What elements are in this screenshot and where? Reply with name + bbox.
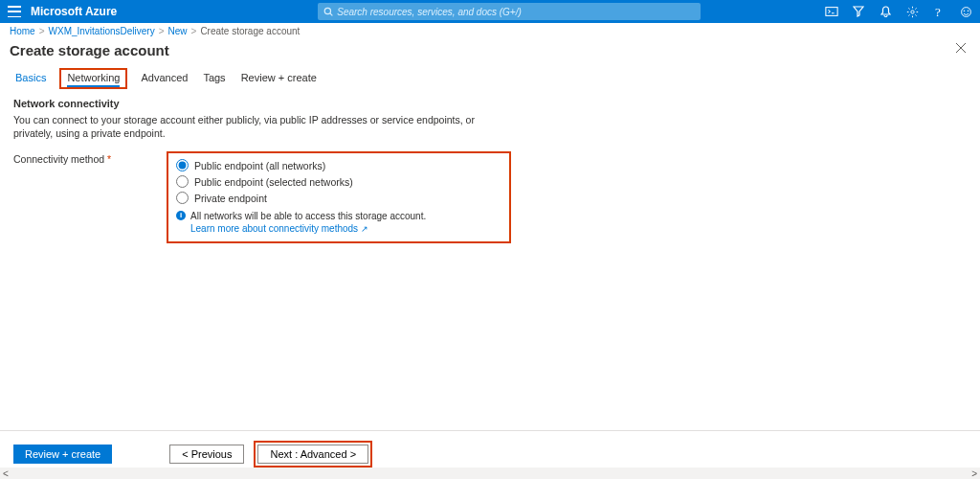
svg-point-5 [961,7,970,16]
scroll-left-arrow[interactable]: < [3,468,9,479]
header-actions: ? [825,5,972,18]
radio-public-selected-input[interactable] [176,175,189,188]
section-title: Network connectivity [13,98,967,109]
svg-rect-2 [826,8,837,16]
connectivity-row: Connectivity method * Public endpoint (a… [13,151,967,243]
tab-networking[interactable]: Networking [59,68,127,89]
breadcrumb-sep: > [191,26,197,36]
global-header: Microsoft Azure ? [0,0,980,23]
nav-button-group: < Previous Next : Advanced > [169,441,372,468]
menu-icon[interactable] [8,6,21,17]
breadcrumb-sep: > [159,26,165,36]
connectivity-label-text: Connectivity method [13,153,104,165]
tab-tags[interactable]: Tags [201,68,227,89]
radio-public-selected[interactable]: Public endpoint (selected networks) [176,173,501,190]
review-create-button[interactable]: Review + create [13,445,112,464]
cloud-shell-icon[interactable] [825,5,838,18]
wizard-tabs: Basics Networking Advanced Tags Review +… [0,68,980,90]
connectivity-label: Connectivity method * [13,151,167,243]
wizard-footer: Review + create < Previous Next : Advanc… [0,430,980,468]
breadcrumb: Home > WXM_InvitationsDelivery > New > C… [0,23,980,38]
svg-text:?: ? [935,6,941,18]
feedback-icon[interactable] [959,5,972,18]
next-button[interactable]: Next : Advanced > [257,445,368,464]
radio-private-label: Private endpoint [194,193,267,204]
radio-private[interactable]: Private endpoint [176,190,501,206]
directory-filter-icon[interactable] [852,5,865,18]
info-text: All networks will be able to access this… [190,210,426,236]
page-title: Create storage account [10,42,970,58]
brand-label: Microsoft Azure [31,5,117,18]
svg-point-0 [324,8,330,13]
scroll-right-arrow[interactable]: > [971,468,977,479]
notifications-icon[interactable] [879,5,892,18]
learn-more-link[interactable]: Learn more about connectivity methods ↗ [190,223,368,234]
radio-public-all-label: Public endpoint (all networks) [194,160,325,171]
svg-point-7 [968,10,969,11]
global-search[interactable] [318,3,701,20]
connectivity-info: i All networks will be able to access th… [176,210,501,236]
svg-point-6 [964,10,965,11]
radio-public-all[interactable]: Public endpoint (all networks) [176,157,501,173]
main-content: Network connectivity You can connect to … [0,90,980,416]
close-icon[interactable] [955,42,967,56]
next-button-highlight: Next : Advanced > [254,441,372,468]
help-icon[interactable]: ? [932,5,946,18]
external-link-icon: ↗ [361,224,368,234]
settings-icon[interactable] [905,5,919,18]
search-icon [323,7,333,16]
radio-private-input[interactable] [176,192,189,204]
breadcrumb-current: Create storage account [200,26,300,36]
svg-point-3 [910,10,913,12]
section-description: You can connect to your storage account … [13,113,511,140]
previous-button[interactable]: < Previous [169,445,244,464]
info-text-line: All networks will be able to access this… [190,211,426,221]
blade-header: Create storage account [0,38,980,68]
breadcrumb-new[interactable]: New [168,26,188,36]
radio-public-all-input[interactable] [176,159,189,171]
tab-review[interactable]: Review + create [239,68,319,89]
radio-public-selected-label: Public endpoint (selected networks) [194,176,353,188]
tab-advanced[interactable]: Advanced [139,68,189,89]
info-icon: i [176,211,186,220]
breadcrumb-sep: > [39,26,45,36]
search-input[interactable] [337,7,695,17]
breadcrumb-rg[interactable]: WXM_InvitationsDelivery [49,26,155,36]
connectivity-options-highlight: Public endpoint (all networks) Public en… [167,151,511,243]
tab-basics[interactable]: Basics [13,68,48,89]
tab-networking-label: Networking [67,72,120,87]
learn-more-label: Learn more about connectivity methods [190,223,358,234]
horizontal-scrollbar[interactable]: < > [0,468,980,479]
required-star: * [107,153,111,165]
svg-line-1 [330,13,333,16]
breadcrumb-home[interactable]: Home [10,26,35,36]
